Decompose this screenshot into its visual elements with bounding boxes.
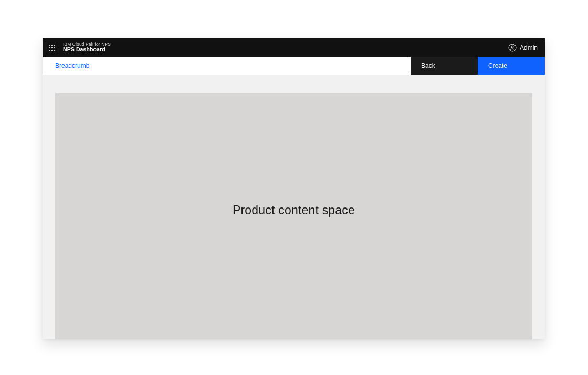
svg-point-4 [51,47,52,48]
svg-point-5 [54,47,55,48]
user-menu[interactable]: Admin [508,44,538,52]
app-frame: IBM Cloud Pak for NPS NPS Dashboard Admi… [43,38,545,339]
svg-point-6 [49,49,50,50]
app-switcher-icon[interactable] [47,43,57,53]
breadcrumb-region: Breadcrumb [43,57,411,75]
back-button[interactable]: Back [411,57,478,75]
action-bar: Breadcrumb Back Create [43,57,545,75]
create-button[interactable]: Create [478,57,545,75]
placeholder-text: Product content space [233,203,355,217]
content-area: Product content space [43,75,545,339]
product-name-label: NPS Dashboard [63,47,111,53]
svg-point-10 [511,46,513,48]
product-titles: IBM Cloud Pak for NPS NPS Dashboard [63,42,111,53]
svg-point-0 [49,44,50,45]
create-button-label: Create [488,62,507,69]
user-avatar-icon [508,44,517,52]
content-placeholder: Product content space [55,93,532,339]
back-button-label: Back [421,62,435,69]
breadcrumb[interactable]: Breadcrumb [55,62,89,69]
svg-point-8 [54,49,55,50]
svg-point-1 [51,44,52,45]
svg-point-3 [49,47,50,48]
svg-point-7 [51,49,52,50]
svg-point-2 [54,44,55,45]
global-header: IBM Cloud Pak for NPS NPS Dashboard Admi… [43,38,545,57]
user-label: Admin [520,44,538,51]
